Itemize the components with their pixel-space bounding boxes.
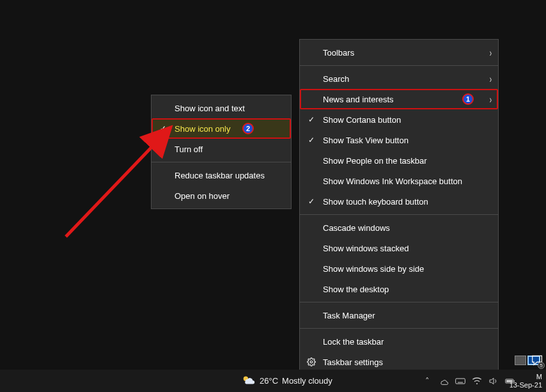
taskbar-clock[interactable]: M 13-Sep-21 [510, 373, 542, 389]
menu-label: Turn off [175, 145, 203, 154]
tray-onedrive-icon[interactable] [439, 376, 449, 386]
svg-point-4 [476, 383, 478, 384]
menu-item-show-desktop[interactable]: Show the desktop [300, 279, 498, 299]
menu-label: Search [323, 74, 349, 84]
chevron-right-icon: › [490, 73, 492, 84]
menu-item-lock-taskbar[interactable]: Lock the taskbar [300, 331, 498, 352]
tray-wifi-icon[interactable] [472, 376, 482, 386]
svg-point-0 [310, 361, 313, 363]
weather-widget[interactable]: 26°C Mostly cloudy [242, 374, 332, 388]
system-tray: ˄ [422, 376, 515, 386]
menu-label: Show touch keyboard button [323, 197, 428, 207]
menu-item-toolbars[interactable]: Toolbars › [300, 42, 498, 63]
menu-separator [152, 162, 291, 162]
menu-item-reduce-updates[interactable]: Reduce taskbar updates [152, 165, 291, 185]
taskbar-context-menu: Toolbars › Search › News and interests 1… [299, 39, 499, 375]
menu-label: Show icon only [175, 124, 230, 134]
menu-label: Open on hover [175, 191, 230, 201]
menu-item-side-by-side[interactable]: Show windows side by side [300, 258, 498, 279]
menu-item-show-people[interactable]: Show People on the taskbar [300, 150, 498, 171]
menu-item-search[interactable]: Search › [300, 68, 498, 89]
tray-chevron-icon[interactable]: ˄ [422, 376, 432, 386]
menu-label: Toolbars [323, 48, 354, 58]
menu-label: Lock the taskbar [323, 337, 384, 347]
menu-label: Show Task View button [323, 136, 409, 145]
menu-item-stacked[interactable]: Show windows stacked [300, 238, 498, 258]
menu-item-cascade-windows[interactable]: Cascade windows [300, 217, 498, 238]
menu-separator [300, 302, 498, 302]
check-icon: ✓ [305, 115, 318, 124]
menu-label: Cascade windows [323, 223, 390, 233]
menu-item-show-cortana[interactable]: ✓ Show Cortana button [300, 109, 498, 130]
tray-keyboard-icon[interactable] [455, 376, 465, 386]
menu-item-show-taskview[interactable]: ✓ Show Task View button [300, 130, 498, 150]
menu-label: Reduce taskbar updates [175, 171, 265, 180]
menu-label: Show icon and text [175, 104, 245, 113]
menu-separator [300, 214, 498, 215]
menu-label: Task Manager [323, 311, 375, 320]
menu-separator [300, 65, 498, 66]
check-icon: ✓ [305, 197, 318, 206]
clock-date: 13-Sep-21 [510, 381, 542, 389]
menu-item-turn-off[interactable]: Turn off [152, 139, 291, 159]
menu-label: Taskbar settings [323, 357, 383, 367]
menu-label: Show Cortana button [323, 115, 401, 125]
notification-count: 5 [538, 362, 545, 369]
menu-item-show-touch-keyboard[interactable]: ✓ Show touch keyboard button [300, 191, 498, 212]
menu-label: Show People on the taskbar [323, 156, 427, 166]
menu-item-show-icon-and-text[interactable]: Show icon and text [152, 98, 291, 118]
menu-item-news-and-interests[interactable]: News and interests 1 › [300, 89, 498, 109]
news-submenu: Show icon and text ✓ Show icon only 2 Tu… [151, 95, 292, 209]
menu-separator [300, 328, 498, 329]
menu-label: Show Windows Ink Workspace button [323, 176, 462, 186]
weather-cloud-icon [242, 374, 256, 388]
taskbar-preview-frame[interactable] [515, 356, 526, 365]
clock-time: M [510, 373, 542, 381]
menu-label: News and interests [323, 95, 394, 104]
tray-volume-icon[interactable] [488, 376, 499, 386]
weather-temp: 26°C [260, 376, 278, 386]
check-icon: ✓ [305, 136, 318, 145]
menu-item-show-ink[interactable]: Show Windows Ink Workspace button [300, 171, 498, 191]
menu-item-open-on-hover[interactable]: Open on hover [152, 185, 291, 206]
chevron-right-icon: › [490, 47, 492, 58]
annotation-badge-2: 2 [242, 123, 254, 134]
annotation-badge-1: 1 [462, 93, 474, 105]
menu-label: Show the desktop [323, 285, 389, 294]
svg-rect-2 [456, 379, 465, 384]
menu-label: Show windows side by side [323, 264, 424, 274]
menu-item-task-manager[interactable]: Task Manager [300, 305, 498, 325]
taskbar: 26°C Mostly cloudy ˄ M 13-Sep-21 [0, 370, 546, 392]
gear-icon [305, 357, 318, 366]
menu-label: Show windows stacked [323, 244, 409, 253]
check-icon: ✓ [157, 124, 169, 133]
action-center-button[interactable]: 5 [531, 354, 543, 368]
chevron-right-icon: › [490, 93, 492, 105]
weather-desc: Mostly cloudy [282, 376, 332, 386]
menu-item-show-icon-only[interactable]: ✓ Show icon only 2 [152, 118, 291, 139]
